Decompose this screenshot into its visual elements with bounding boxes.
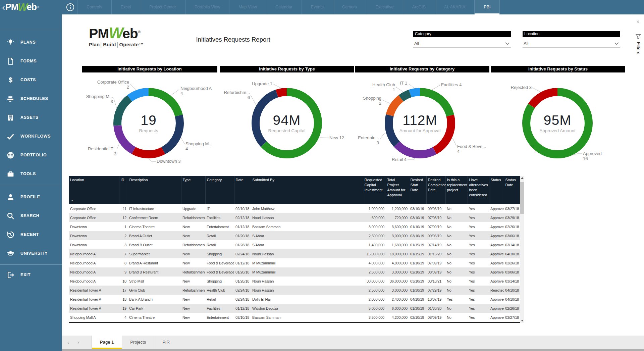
- report-brand-pm: PM: [89, 26, 109, 41]
- table-cell: 04/10/18: [504, 295, 520, 304]
- scrollbar-thumb[interactable]: [520, 182, 524, 214]
- sidebar-item-university[interactable]: UNIVERSITY: [0, 244, 62, 263]
- table-row[interactable]: Neigbourhood A10Strip MallNewShopping01/…: [69, 277, 520, 286]
- top-nav-map-view[interactable]: Map View: [229, 0, 266, 14]
- filters-pane-label[interactable]: Filters: [636, 42, 641, 62]
- donut-chart-location[interactable]: 19 Requests: [113, 88, 184, 158]
- table-cell: 3,600,000: [386, 222, 409, 231]
- table-row[interactable]: Downtown1Cinema TheatreNewEntertainment0…: [69, 222, 520, 231]
- table-cell: 3,000,000: [386, 286, 409, 295]
- top-nav-camera[interactable]: Camera: [333, 0, 366, 14]
- top-nav-project-center[interactable]: Project Center: [140, 0, 185, 14]
- callout-food-beverage: Food & Beve...4: [457, 144, 486, 154]
- info-icon[interactable]: [66, 3, 75, 12]
- page-tab-page-1[interactable]: Page 1: [92, 336, 122, 349]
- column-header-desired-start-date[interactable]: Desired Start Date: [409, 176, 426, 204]
- table-row[interactable]: Residential Tower A18Bank A BranchNewRet…: [69, 295, 520, 304]
- sidebar-item-recent[interactable]: RECENT: [0, 225, 62, 244]
- table-cell: Retail: [205, 231, 234, 240]
- table-cell: 01/15/19: [409, 240, 426, 249]
- column-header-requested-capital-investment[interactable]: Requested Capital Investment: [363, 176, 386, 204]
- table-cell: 02/10/19: [409, 267, 426, 277]
- next-page-chevron-icon[interactable]: ›: [77, 336, 79, 349]
- top-nav-calendar[interactable]: Calendar: [266, 0, 302, 14]
- bottom-strip: [62, 349, 644, 351]
- location-filter-dropdown[interactable]: All: [523, 40, 620, 48]
- column-header-description[interactable]: Description: [128, 176, 181, 204]
- column-header-submitted-by[interactable]: Submitted By: [251, 176, 363, 204]
- table-cell: Refurbishment: [181, 240, 205, 249]
- column-header-total-project-amount-for-approval[interactable]: Total Project Amount for Approval: [386, 176, 409, 204]
- top-nav-executive[interactable]: Executive: [366, 0, 402, 14]
- sidebar-item-portfolio[interactable]: PORTFOLIO: [0, 146, 62, 164]
- table-row[interactable]: Residential Tower A19Car ParkNewFaciliti…: [69, 304, 520, 313]
- table-cell: Yes: [445, 295, 468, 304]
- pmweb-logo[interactable]: ‹ PMWeb ®: [2, 0, 39, 14]
- sidebar-item-search[interactable]: SEARCH: [0, 206, 62, 225]
- table-cell: Neigbourhood A: [69, 277, 119, 286]
- table-row[interactable]: Downtown3Brand B OutletRefurbishmentReta…: [69, 240, 520, 249]
- sidebar-item-schedules[interactable]: SCHEDULES: [0, 89, 62, 108]
- table-cell: Approved: [489, 258, 504, 267]
- column-header-have-alternatives-been-considered[interactable]: Have alternatives been considered: [468, 176, 489, 204]
- top-nav-al-akaria[interactable]: AL AKARIA: [435, 0, 474, 14]
- callout-corporate-office: Corporate Office2: [75, 80, 129, 90]
- expand-filters-chevron-icon[interactable]: ‹: [632, 18, 644, 25]
- sidebar-item-tools[interactable]: TOOLS: [0, 164, 62, 183]
- table-cell: No: [445, 231, 468, 240]
- filter-funnel-icon[interactable]: [636, 34, 641, 39]
- column-header-is-this-a-replacement-project[interactable]: Is this a replacement project: [445, 176, 468, 204]
- table-cell: Conference Room: [128, 213, 181, 222]
- sidebar-item-workflows[interactable]: WORKFLOWS: [0, 127, 62, 146]
- column-header-id[interactable]: ID: [119, 176, 128, 204]
- sidebar-item-profile[interactable]: PROFILE: [0, 188, 62, 206]
- table-cell: No: [445, 204, 468, 213]
- location-filter: Location All: [523, 31, 620, 48]
- sidebar-item-costs[interactable]: $COSTS: [0, 70, 62, 89]
- callout-approved: Approved16: [583, 151, 602, 161]
- sidebar-item-forms[interactable]: FORMS: [0, 52, 62, 70]
- table-row[interactable]: Neigbourhood A7SupermarketNewShopping02/…: [69, 249, 520, 258]
- sidebar-item-plans[interactable]: PLANS: [0, 33, 62, 52]
- sidebar-item-exit[interactable]: EXIT: [0, 265, 62, 284]
- page-tab-pir[interactable]: PIR: [154, 336, 178, 349]
- column-header-status[interactable]: Status: [489, 176, 504, 204]
- table-scrollbar[interactable]: [520, 176, 524, 323]
- donut-chart-type[interactable]: 94M Requested Capital: [252, 88, 322, 158]
- magnifier-icon: [6, 212, 15, 220]
- table-cell: 07/08/19: [426, 213, 445, 222]
- top-nav-excel[interactable]: Excel: [111, 0, 140, 14]
- column-header-location[interactable]: Location▲: [69, 176, 119, 204]
- table-cell: 08/09/19: [426, 267, 445, 277]
- table-cell: 6,000,000: [386, 304, 409, 313]
- top-nav-portfolio-view[interactable]: Portfolio View: [185, 0, 229, 14]
- column-header-desired-completion-date[interactable]: Desired Completion Date: [426, 176, 445, 204]
- column-header-status-date[interactable]: Status Date: [504, 176, 520, 204]
- table-row[interactable]: Residential Tower A17Gym ClubRefurbishme…: [69, 286, 520, 295]
- table-cell: 01/28/18: [234, 240, 251, 249]
- prev-page-chevron-icon[interactable]: ‹: [67, 336, 69, 349]
- donut-chart-status[interactable]: 95M Approved Amount: [522, 88, 593, 158]
- category-filter-dropdown[interactable]: All: [413, 40, 511, 48]
- donut-chart-category[interactable]: 112M Amount for Approval: [385, 88, 455, 158]
- top-nav-pbi[interactable]: PBI: [474, 0, 500, 14]
- scroll-down-icon[interactable]: [520, 318, 524, 323]
- page-tab-projects[interactable]: Projects: [122, 336, 154, 349]
- top-nav-events[interactable]: Events: [302, 0, 333, 14]
- table-row[interactable]: Neigbourhood A9Brand B ResturantRefurbis…: [69, 267, 520, 277]
- top-nav-arcgis[interactable]: ArcGIS: [403, 0, 435, 14]
- column-header-category[interactable]: Category: [205, 176, 234, 204]
- table-cell: Food & Beverage: [205, 258, 234, 267]
- table-row[interactable]: Downtown2Brand A OutletNewRetail01/20/18…: [69, 231, 520, 240]
- column-header-type[interactable]: Type: [181, 176, 205, 204]
- table-cell: New: [181, 304, 205, 313]
- table-row[interactable]: Shopping Mall A4Cinema TheatreNewEnterta…: [69, 313, 520, 322]
- sidebar-item-assets[interactable]: ASSETS: [0, 108, 62, 127]
- table-row[interactable]: Corporate Office11IT InfrastructureUpgra…: [69, 204, 520, 213]
- column-header-date[interactable]: Date: [234, 176, 251, 204]
- top-nav-controls[interactable]: Controls: [77, 0, 111, 14]
- table-row[interactable]: Neigbourhood A8Brand A ResturantNewFood …: [69, 258, 520, 267]
- table-row[interactable]: Corporate Office12Conference RoomRefurbi…: [69, 213, 520, 222]
- table-cell: 2,000,000: [363, 295, 386, 304]
- scroll-up-icon[interactable]: [520, 176, 524, 181]
